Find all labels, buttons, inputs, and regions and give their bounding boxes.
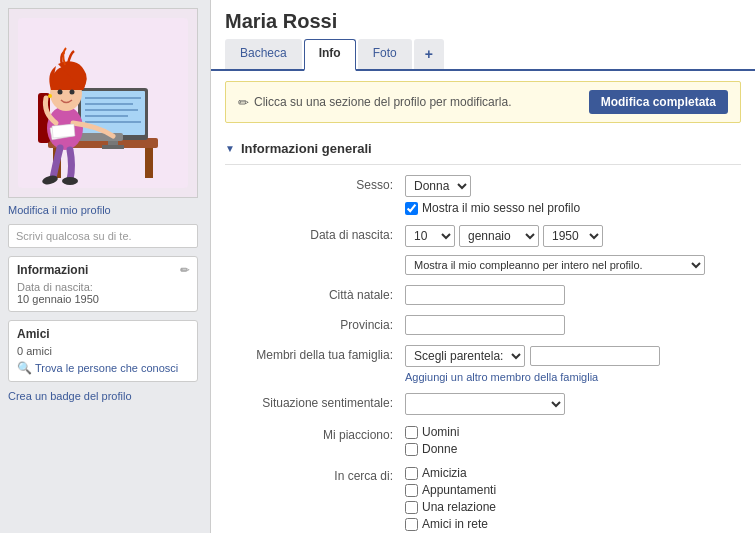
famiglia-member-input[interactable] [530, 346, 660, 366]
tab-add-button[interactable]: + [414, 39, 444, 69]
citta-input[interactable] [405, 285, 565, 305]
pencil-icon: ✏ [238, 95, 249, 110]
day-select[interactable]: 10 [405, 225, 455, 247]
sesso-row: Sesso: Donna Uomo Mostra il mio sesso ne… [225, 175, 741, 215]
provincia-row: Provincia: [225, 315, 741, 335]
in-cerca-control: Amicizia Appuntamenti Una relazione [405, 466, 741, 531]
citta-row: Città natale: [225, 285, 741, 305]
sidebar-friends-box: Amici 0 amici 🔍 Trova le persone che con… [8, 320, 198, 382]
mi-piacciono-label: Mi piacciono: [225, 425, 405, 442]
amici-rete-row: Amici in rete [405, 517, 741, 531]
svg-rect-23 [52, 124, 75, 138]
write-something-box[interactable]: Scrivi qualcosa su di te. [8, 224, 198, 248]
provincia-label: Provincia: [225, 315, 405, 332]
tab-info[interactable]: Info [304, 39, 356, 71]
show-sesso-checkbox[interactable] [405, 202, 418, 215]
in-cerca-label: In cerca di: [225, 466, 405, 483]
amici-rete-checkbox[interactable] [405, 518, 418, 531]
svg-rect-3 [145, 148, 153, 178]
citta-label: Città natale: [225, 285, 405, 302]
uomini-checkbox[interactable] [405, 426, 418, 439]
profile-name: Maria Rossi [225, 10, 741, 33]
relazione-checkbox[interactable] [405, 501, 418, 514]
complete-button[interactable]: Modifica completata [589, 90, 728, 114]
edit-profile-link[interactable]: Modifica il mio profilo [8, 204, 202, 216]
amicizia-row: Amicizia [405, 466, 741, 480]
famiglia-control: Scegli parentela: Aggiungi un altro memb… [405, 345, 741, 383]
content-area: ✏ Clicca su una sezione del profilo per … [211, 71, 755, 533]
situazione-select[interactable]: Single Fidanzato/a Impegnato/a Sposato/a… [405, 393, 565, 415]
provincia-input[interactable] [405, 315, 565, 335]
friends-title: Amici [17, 327, 189, 341]
situazione-row: Situazione sentimentale: Single Fidanzat… [225, 393, 741, 415]
create-badge-link[interactable]: Crea un badge del profilo [8, 390, 202, 402]
main-content: Maria Rossi Bacheca Info Foto + ✏ Clicca… [210, 0, 755, 533]
appuntamenti-row: Appuntamenti [405, 483, 741, 497]
citta-control [405, 285, 741, 305]
data-nascita-row: Data di nascita: 10 gennaio febbraio mar… [225, 225, 741, 275]
find-friends-link[interactable]: 🔍 Trova le persone che conosci [17, 361, 189, 375]
show-birthday-select[interactable]: Mostra il mio compleanno per intero nel … [405, 255, 705, 275]
appuntamenti-checkbox[interactable] [405, 484, 418, 497]
svg-point-21 [48, 94, 52, 98]
in-cerca-row: In cerca di: Amicizia Appuntamenti [225, 466, 741, 531]
sesso-label: Sesso: [225, 175, 405, 192]
year-select[interactable]: 1950 [543, 225, 603, 247]
situazione-control: Single Fidanzato/a Impegnato/a Sposato/a… [405, 393, 741, 415]
provincia-control [405, 315, 741, 335]
svg-point-19 [58, 90, 63, 95]
relazione-row: Una relazione [405, 500, 741, 514]
info-section-title: Informazioni [17, 263, 88, 277]
parentela-select[interactable]: Scegli parentela: [405, 345, 525, 367]
svg-point-17 [62, 177, 78, 185]
section-header: ▼ Informazioni generali [225, 135, 741, 165]
donne-checkbox[interactable] [405, 443, 418, 456]
tabs-bar: Bacheca Info Foto + [211, 39, 755, 71]
mi-piacciono-row: Mi piacciono: Uomini Donne [225, 425, 741, 456]
profile-illustration [18, 18, 188, 188]
tab-foto[interactable]: Foto [358, 39, 412, 69]
data-nascita-label: Data di nascita: [225, 225, 405, 242]
situazione-label: Situazione sentimentale: [225, 393, 405, 410]
tab-bacheca[interactable]: Bacheca [225, 39, 302, 69]
mi-piacciono-control: Uomini Donne [405, 425, 741, 456]
donne-row: Donne [405, 442, 741, 456]
write-something-placeholder: Scrivi qualcosa su di te. [16, 230, 132, 242]
sidebar-info-box: Informazioni ✏ Data di nascita: 10 genna… [8, 256, 198, 312]
famiglia-label: Membri della tua famiglia: [225, 345, 405, 362]
sesso-control: Donna Uomo Mostra il mio sesso nel profi… [405, 175, 741, 215]
info-edit-icon[interactable]: ✏ [180, 264, 189, 277]
sidebar: Modifica il mio profilo Scrivi qualcosa … [0, 0, 210, 533]
uomini-row: Uomini [405, 425, 741, 439]
collapse-triangle-icon[interactable]: ▼ [225, 143, 235, 154]
data-nascita-control: 10 gennaio febbraio marzo aprile maggio … [405, 225, 741, 275]
friends-count: 0 amici [17, 345, 189, 357]
dob-label: Data di nascita: [17, 281, 189, 293]
dob-value: 10 gennaio 1950 [17, 293, 189, 305]
profile-image [8, 8, 198, 198]
add-family-link[interactable]: Aggiungi un altro membro della famiglia [405, 371, 741, 383]
month-select[interactable]: gennaio febbraio marzo aprile maggio giu… [459, 225, 539, 247]
svg-point-20 [70, 90, 75, 95]
amicizia-checkbox[interactable] [405, 467, 418, 480]
edit-notice-bar[interactable]: ✏ Clicca su una sezione del profilo per … [225, 81, 741, 123]
show-sesso-row: Mostra il mio sesso nel profilo [405, 201, 741, 215]
profile-name-bar: Maria Rossi [211, 0, 755, 33]
notice-text: ✏ Clicca su una sezione del profilo per … [238, 95, 511, 110]
svg-rect-12 [102, 145, 124, 149]
famiglia-row: Membri della tua famiglia: Scegli parent… [225, 345, 741, 383]
search-icon: 🔍 [17, 361, 32, 375]
sesso-select[interactable]: Donna Uomo [405, 175, 471, 197]
